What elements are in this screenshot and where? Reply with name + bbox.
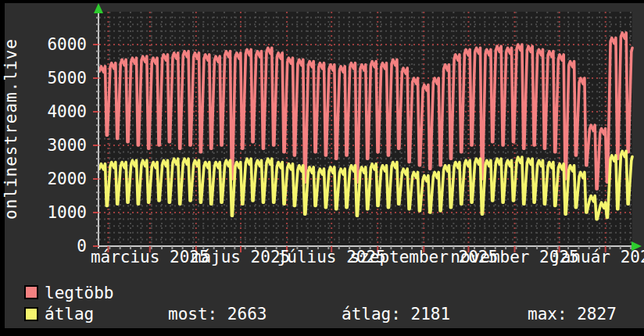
stat-most: most: 2663 xyxy=(168,305,267,323)
legend-swatch-atlag xyxy=(24,307,38,321)
svg-text:3000: 3000 xyxy=(47,136,87,155)
svg-text:5000: 5000 xyxy=(47,69,87,88)
stat-max: max: 2827 xyxy=(528,305,617,323)
svg-text:2000: 2000 xyxy=(47,170,87,188)
svg-text:1000: 1000 xyxy=(47,203,87,222)
vertical-title: onlinestream.live xyxy=(1,27,21,231)
y-axis-labels: 0100020003000400050006000 xyxy=(47,35,87,256)
legend-label-atlag: átlag xyxy=(45,305,94,323)
svg-text:6000: 6000 xyxy=(47,35,87,54)
svg-text:0: 0 xyxy=(77,237,87,256)
svg-text:4000: 4000 xyxy=(47,102,87,121)
x-axis-labels: március 2025május 2025július 2025szeptem… xyxy=(91,248,644,266)
svg-text:január 2026: január 2026 xyxy=(551,248,644,266)
stat-atlag: átlag: 2181 xyxy=(342,305,450,323)
legend-label-legtobb: legtöbb xyxy=(45,284,114,302)
page: { "colors": { "page_bg": "#000000", "gra… xyxy=(0,0,644,336)
svg-text:május 2025: május 2025 xyxy=(191,248,290,266)
legend-swatch-legtobb xyxy=(24,285,38,299)
